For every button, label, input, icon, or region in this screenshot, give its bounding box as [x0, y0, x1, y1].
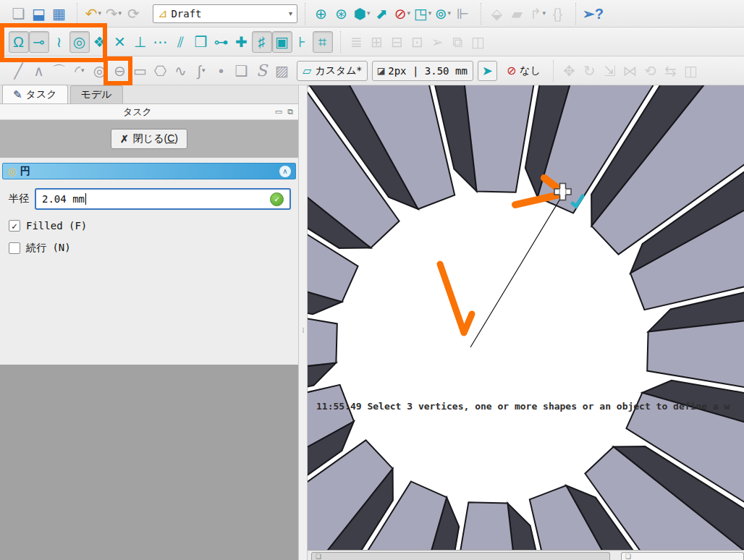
icon-glyph: ⇆: [664, 64, 677, 78]
grid-toggle-button[interactable]: ⌗: [313, 31, 333, 53]
close-task-button[interactable]: ✗ 閉じる(C): [111, 129, 187, 149]
fillet-tool-button[interactable]: ⌒: [49, 60, 69, 82]
icon-glyph: ⊸: [33, 35, 45, 49]
icon-glyph: ⊞: [371, 35, 383, 49]
view-cube-button[interactable]: ◳▾: [413, 3, 433, 25]
snap-parallel-button[interactable]: ⫽: [171, 31, 191, 53]
snap-grid-button[interactable]: ♯: [252, 31, 272, 53]
icon-glyph: {}: [553, 7, 562, 21]
status-message: 11:55:49 Select 3 vertices, one or more …: [316, 401, 744, 412]
snap-toolbar: Ω⊸≀◎❖✕⊥⋯⫽❒⊶✚♯▣⊦⌗ ≣⊞⊟⊡➢⧉◫: [0, 27, 744, 56]
facebinder-tool-button[interactable]: ❑: [232, 60, 252, 82]
rotate-button: ↻: [580, 60, 600, 82]
undock-panel-icon[interactable]: ⧉: [287, 107, 293, 116]
stretch-button: ⇆: [661, 60, 681, 82]
ellipse-tool-button[interactable]: ⊖: [110, 60, 130, 82]
clipping-button[interactable]: ⊘▾: [392, 3, 413, 25]
icon-glyph: ⟳: [127, 7, 140, 21]
workbench-selector[interactable]: ⊿ Draft ▾: [153, 4, 297, 23]
float-panel-icon[interactable]: ▭: [275, 107, 282, 116]
snap-special-button[interactable]: ❒: [191, 31, 211, 53]
apply-style-button[interactable]: ➤: [478, 61, 497, 81]
snap-working-plane-button[interactable]: ▣: [272, 31, 292, 53]
icon-glyph: ⊩: [457, 7, 469, 21]
annotation-arrow-down: [440, 264, 472, 333]
polygon-tool-button[interactable]: ⎔: [151, 60, 171, 82]
fit-all-button[interactable]: ⊕: [311, 3, 331, 25]
undo-button[interactable]: ↶▾: [83, 3, 103, 25]
line-width-button[interactable]: ◪ 2px | 3.50 mm: [372, 61, 473, 81]
shapestring-tool-button[interactable]: S: [252, 60, 272, 82]
tab-model-label: モデル: [81, 88, 112, 101]
panel-splitter[interactable]: ⁞: [298, 85, 308, 560]
document-tab[interactable]: ❏: [311, 552, 610, 560]
viewport-overlay: [308, 85, 744, 550]
bezier-tool-button[interactable]: ∫▾: [191, 60, 211, 82]
zoom-selection-button[interactable]: ⊛: [331, 3, 352, 25]
select-group-button: ⊡: [407, 31, 428, 53]
tab-model[interactable]: モデル: [70, 85, 123, 103]
filled-checkbox[interactable]: ✓: [9, 220, 20, 232]
line-tool-button[interactable]: ╱: [9, 60, 29, 82]
save-button[interactable]: ▦: [49, 3, 69, 25]
icon-glyph: ➢: [431, 35, 444, 49]
axonometric-button[interactable]: ⬈: [372, 3, 392, 25]
arc-tool-button[interactable]: ◜▾: [69, 60, 90, 82]
tab-tasks[interactable]: ✎ タスク: [2, 85, 68, 103]
dropdown-caret-icon: ▾: [81, 67, 85, 74]
isometric-view-button[interactable]: ⬢▾: [352, 3, 372, 25]
snap-near-button[interactable]: ⊶: [211, 31, 232, 53]
hatch-tool-button[interactable]: ▨: [272, 60, 292, 82]
icon-glyph: ❖: [93, 35, 106, 49]
construction-mode-indicator[interactable]: ⊘ なし: [502, 61, 546, 81]
dropdown-caret-icon: ▾: [98, 10, 102, 17]
snap-angle-button[interactable]: ❖: [90, 31, 110, 53]
icon-glyph: ⊟: [391, 35, 403, 49]
whats-this-button[interactable]: ➢?: [582, 3, 605, 25]
sync-view-button[interactable]: ⊚▾: [433, 3, 453, 25]
rectangle-tool-button[interactable]: ▭: [130, 60, 151, 82]
bspline-tool-button[interactable]: ∿: [171, 60, 191, 82]
collapse-chevron-icon[interactable]: ∧: [279, 166, 291, 177]
snap-intersection-button[interactable]: ✕: [110, 31, 130, 53]
icon-glyph: ↻: [583, 64, 596, 78]
redo-button[interactable]: ↷▾: [103, 3, 124, 25]
radius-input[interactable]: 2.04 mm ✓: [35, 188, 291, 210]
snap-extension-button[interactable]: ⋯: [151, 31, 171, 53]
measure-button[interactable]: ⊩: [453, 3, 473, 25]
open-file-button[interactable]: ⬓: [29, 3, 49, 25]
style-custom-label: カスタム*: [315, 64, 361, 77]
line-style-icon: ◪: [378, 64, 385, 77]
snap-perpendicular-button[interactable]: ⊥: [130, 31, 151, 53]
snap-center-button[interactable]: ◎: [69, 31, 90, 53]
icon-glyph: Ω: [13, 35, 24, 49]
icon-glyph: ╱: [14, 64, 22, 78]
circle-section-header[interactable]: ◎ 円 ∧: [2, 163, 296, 179]
3d-viewport[interactable]: 11:55:49 Select 3 vertices, one or more …: [308, 85, 744, 560]
circle-task-section: ◎ 円 ∧ 半径 2.04 mm ✓ ✓ Filled (F) 続行 (N): [0, 158, 298, 365]
radius-row: 半径 2.04 mm ✓: [9, 188, 291, 210]
snap-dimensions-button[interactable]: ⊦: [292, 31, 313, 53]
icon-glyph: ▨: [275, 64, 289, 78]
modify-tools-group: ✥↻⇲⋈⟲⇆◫: [553, 60, 701, 82]
polyline-tool-button[interactable]: ∧: [29, 60, 49, 82]
new-file-button[interactable]: ❏: [9, 3, 29, 25]
style-custom-button[interactable]: ▱ カスタム*: [297, 61, 368, 81]
icon-glyph: ◜: [75, 64, 80, 78]
icon-glyph: ⊘: [394, 7, 407, 21]
snap-lock-button[interactable]: Ω: [9, 31, 29, 53]
snap-ortho-button[interactable]: ✚: [232, 31, 252, 53]
continue-checkbox[interactable]: [9, 242, 20, 254]
refresh-button[interactable]: ⟳: [124, 3, 144, 25]
circle-tool-button[interactable]: ◎: [90, 60, 110, 82]
icon-glyph: ⊡: [411, 35, 423, 49]
icon-glyph: ⬙: [491, 7, 502, 21]
point-tool-button[interactable]: •: [211, 60, 232, 82]
snap-endpoint-button[interactable]: ⊸: [29, 31, 49, 53]
icon-glyph: ⊖: [114, 64, 126, 78]
snap-toolbar-group: Ω⊸≀◎❖✕⊥⋯⫽❒⊶✚♯▣⊦⌗: [3, 31, 333, 53]
scale-button: ⇲: [600, 60, 620, 82]
document-tab[interactable]: ❏: [621, 552, 744, 560]
icon-glyph: ⊦: [298, 35, 305, 49]
snap-midpoint-button[interactable]: ≀: [49, 31, 69, 53]
